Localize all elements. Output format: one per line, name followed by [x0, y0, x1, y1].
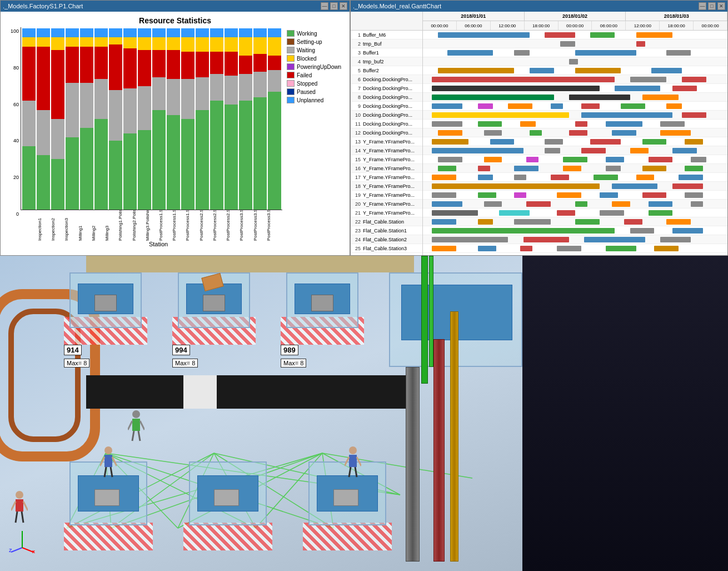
bar-group[interactable] — [181, 28, 195, 210]
gantt-row-num: 8 — [351, 95, 362, 100]
bar-segment-working — [138, 130, 151, 210]
bar-segment-waiting — [210, 74, 223, 101]
svg-line-42 — [22, 512, 23, 523]
gantt-row-name: Buffer1 — [362, 50, 422, 56]
gantt-chart-row — [423, 208, 727, 217]
bar-group[interactable] — [138, 28, 151, 210]
gantt-bar — [612, 201, 630, 207]
gantt-titlebar: ._Models.Model_real.GanttChart — □ ✕ — [351, 1, 727, 12]
gantt-chart-row — [423, 84, 727, 93]
gantt-close-button[interactable]: ✕ — [717, 2, 725, 10]
bar-group[interactable] — [239, 28, 252, 210]
gantt-bar — [447, 50, 493, 56]
bar-group[interactable] — [94, 28, 108, 210]
bar-segment-blocked — [94, 37, 108, 46]
gantt-chart-row — [423, 244, 727, 253]
gantt-bar — [432, 219, 456, 225]
bar-segment-waiting — [152, 77, 166, 110]
bar-group[interactable] — [37, 28, 50, 210]
bar-group[interactable] — [225, 28, 238, 210]
close-button[interactable]: ✕ — [340, 2, 347, 10]
gantt-bar — [432, 237, 508, 242]
gantt-chart-row — [423, 200, 727, 208]
gantt-row-name: Docking.DockingPro... — [362, 77, 422, 82]
x-axis-label: PostProcess1.Step2 — [172, 210, 185, 241]
gantt-row-num: 19 — [351, 192, 362, 198]
svg-line-40 — [23, 502, 28, 510]
gantt-bar — [651, 68, 682, 73]
legend-color-box — [287, 47, 295, 53]
minimize-button[interactable]: — — [321, 2, 328, 10]
bar-segment-working — [225, 105, 238, 210]
x-axis-label: PostProcess2.Step2 — [212, 210, 226, 241]
gantt-bar — [606, 166, 621, 171]
legend-label: PoweringUpDown — [297, 64, 341, 70]
gantt-bar — [438, 157, 462, 162]
bar-group[interactable] — [51, 28, 64, 210]
restore-button[interactable]: □ — [330, 2, 338, 10]
gantt-bar — [575, 201, 587, 207]
gantt-row-num: 3 — [351, 50, 362, 56]
legend-item: Setting-up — [287, 38, 346, 45]
x-axis-label: Polishing2.Polishing — [132, 210, 145, 241]
bar-segment-unplanned — [196, 28, 209, 37]
bar-group[interactable] — [196, 28, 209, 210]
legend-color-box — [287, 72, 295, 78]
bar-group[interactable] — [22, 28, 36, 210]
gantt-bar — [660, 130, 691, 136]
bar-segment-unplanned — [123, 28, 137, 37]
bar-group[interactable] — [152, 28, 166, 210]
svg-rect-38 — [16, 499, 23, 512]
bar-group[interactable] — [268, 28, 281, 210]
bar-segment-waiting — [37, 110, 50, 156]
bar-segment-blocked — [225, 37, 238, 52]
bar-segment-working — [22, 146, 36, 210]
gantt-label-row: 6Docking.DockingPro... — [351, 75, 422, 84]
bar-group[interactable] — [109, 28, 122, 210]
legend-area: WorkingSetting-upWaitingBlockedPoweringU… — [282, 27, 346, 210]
gantt-bar — [654, 246, 679, 251]
bar-segment-working — [152, 110, 166, 210]
svg-rect-20 — [132, 419, 140, 431]
gantt-row-name: Flat_Cable.Station3 — [362, 246, 422, 251]
gantt-bar — [581, 103, 600, 109]
legend-label: Blocked — [297, 56, 317, 62]
bar-segment-blocked — [253, 37, 267, 53]
bar-group[interactable] — [66, 28, 79, 210]
gantt-chart-row — [423, 75, 727, 84]
gantt-chart-row — [423, 191, 727, 200]
bar-group[interactable] — [167, 28, 180, 210]
bar-segment-unplanned — [138, 28, 151, 37]
gantt-label-row: 15Y_Frame.YFramePro... — [351, 155, 422, 164]
x-axis-label: Inspection1 — [37, 210, 51, 241]
svg-line-43 — [11, 548, 22, 552]
gantt-row-num: 13 — [351, 139, 362, 145]
gantt-row-name: Buffer2 — [362, 68, 422, 73]
gantt-bar — [606, 157, 624, 162]
gantt-row-name: Docking.DockingPro... — [362, 112, 422, 118]
gantt-minimize-button[interactable]: — — [699, 2, 706, 10]
gantt-bar — [530, 130, 542, 136]
bar-segment-failed — [22, 47, 36, 101]
legend-label: Failed — [297, 72, 312, 78]
legend-label: Stopped — [297, 81, 317, 87]
bar-group[interactable] — [80, 28, 93, 210]
gantt-time-cell: 12:00:00 — [491, 21, 525, 30]
bar-segment-working — [268, 92, 281, 210]
bar-segment-unplanned — [109, 28, 122, 37]
gantt-label-row: 9Docking.DockingPro... — [351, 102, 422, 111]
gantt-bar — [575, 121, 587, 127]
chart-title: Resource Statistics — [4, 16, 346, 25]
gantt-bar — [499, 210, 530, 216]
bar-group[interactable] — [253, 28, 267, 210]
gantt-restore-button[interactable]: □ — [708, 2, 716, 10]
walkway — [183, 375, 217, 409]
bar-group[interactable] — [123, 28, 137, 210]
bar-group[interactable] — [210, 28, 223, 210]
bar-segment-waiting — [196, 77, 209, 110]
svg-line-29 — [104, 467, 106, 477]
gantt-bar — [526, 201, 551, 207]
bar-segment-failed — [138, 50, 151, 86]
bar-segment-failed — [37, 47, 50, 110]
gantt-row-num: 2 — [351, 41, 362, 47]
